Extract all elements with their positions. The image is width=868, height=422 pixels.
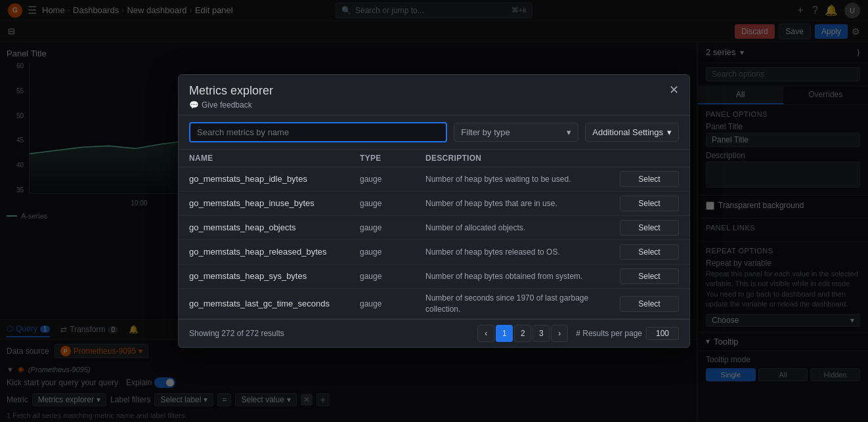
metric-type-3: gauge [360,247,425,257]
results-per-page-input[interactable]: 100 [646,327,679,340]
metrics-explorer-modal: Metrics explorer 💬 Give feedback ✕ Filte… [178,74,690,348]
metric-name-4: go_memstats_heap_sys_bytes [189,271,360,281]
metrics-search-input[interactable] [189,122,447,142]
filter-by-type-select[interactable]: Filter by type [454,123,578,142]
metric-name-1: go_memstats_heap_inuse_bytes [189,198,360,208]
modal-close-button[interactable]: ✕ [669,84,679,96]
metric-type-1: gauge [360,199,425,208]
results-per-page-label: # Results per page [576,329,642,338]
showing-results-text: Showing 272 of 272 results [189,329,284,338]
metric-name-2: go_memstats_heap_objects [189,222,360,232]
additional-settings-chevron [667,127,672,137]
feedback-link[interactable]: Give feedback [202,100,252,110]
metric-name-5: go_memstats_last_gc_time_seconds [189,299,360,308]
prev-page-button[interactable]: ‹ [477,325,494,342]
metric-type-4: gauge [360,272,425,281]
select-button-3[interactable]: Select [620,244,679,260]
th-select [620,154,679,163]
modal-feedback: 💬 Give feedback [189,100,273,110]
results-per-page: # Results per page 100 [576,327,679,340]
filter-chevron [567,127,571,137]
th-description: Description [425,154,620,163]
th-type: Type [360,154,425,163]
next-page-button[interactable]: › [551,325,568,342]
th-name: Name [189,154,360,163]
table-row: go_memstats_heap_sys_bytes gauge Number … [179,264,689,289]
modal-overlay[interactable]: Metrics explorer 💬 Give feedback ✕ Filte… [0,0,868,422]
select-button-5[interactable]: Select [620,296,679,312]
select-button-2[interactable]: Select [620,220,679,236]
table-header: Name Type Description [179,150,689,167]
page-2-button[interactable]: 2 [514,325,531,342]
page-3-button[interactable]: 3 [532,325,550,342]
pagination: ‹ 1 2 3 › [477,325,568,342]
modal-toolbar: Filter by type Additional Settings [179,116,689,150]
metric-desc-4: Number of heap bytes obtained from syste… [425,272,620,281]
metric-desc-1: Number of heap bytes that are in use. [425,199,620,208]
select-button-1[interactable]: Select [620,196,679,211]
modal-footer: Showing 272 of 272 results ‹ 1 2 3 › # R… [179,319,689,347]
metric-name-3: go_memstats_heap_released_bytes [189,247,360,257]
table-row: go_memstats_heap_released_bytes gauge Nu… [179,240,689,264]
metric-desc-2: Number of allocated objects. [425,223,620,232]
metric-type-2: gauge [360,223,425,232]
select-button-4[interactable]: Select [620,268,679,284]
additional-settings-label: Additional Settings [592,127,663,137]
metric-name-0: go_memstats_heap_idle_bytes [189,174,360,184]
table-row: go_memstats_heap_idle_bytes gauge Number… [179,167,689,192]
feedback-icon: 💬 [189,100,199,110]
table-row: go_memstats_heap_objects gauge Number of… [179,216,689,240]
table-row: go_memstats_last_gc_time_seconds gauge N… [179,289,689,320]
metric-type-5: gauge [360,299,425,308]
modal-header: Metrics explorer 💬 Give feedback ✕ [179,75,689,116]
metric-desc-3: Number of heap bytes released to OS. [425,247,620,257]
modal-title: Metrics explorer [189,84,273,98]
table-row: go_memstats_heap_inuse_bytes gauge Numbe… [179,192,689,216]
select-button-0[interactable]: Select [620,171,679,187]
metric-desc-5: Number of seconds since 1970 of last gar… [425,293,620,315]
metric-desc-0: Number of heap bytes waiting to be used. [425,175,620,184]
additional-settings-button[interactable]: Additional Settings [585,123,679,142]
metric-type-0: gauge [360,175,425,184]
page-1-button[interactable]: 1 [496,325,513,342]
metrics-table-body: go_memstats_heap_idle_bytes gauge Number… [179,167,689,320]
filter-label: Filter by type [461,127,510,137]
